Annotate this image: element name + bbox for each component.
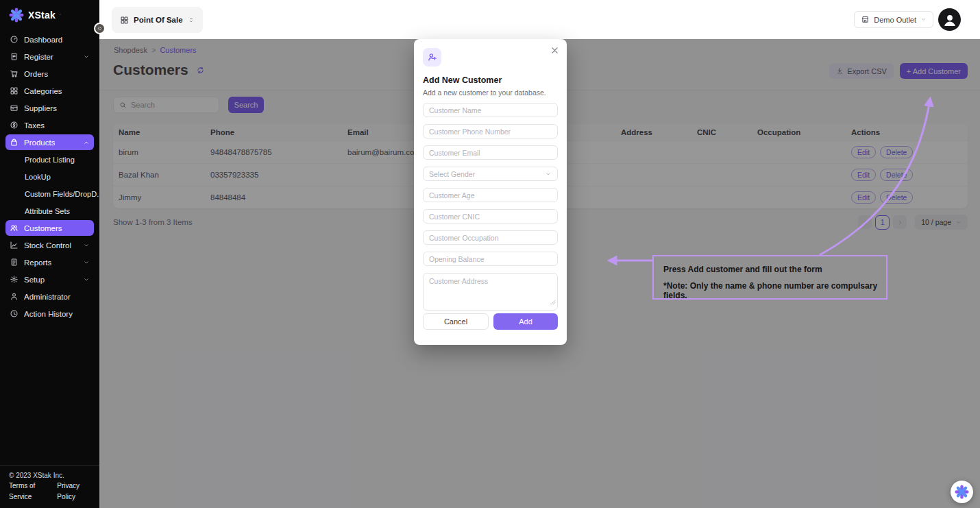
history-icon: [10, 309, 19, 318]
add-customer-modal: Add New Customer Add a new customer to y…: [414, 39, 567, 345]
dashboard-icon: [10, 35, 19, 44]
sidebar-item-administrator[interactable]: Administrator: [0, 288, 99, 305]
point-of-sale-switcher[interactable]: Point Of Sale: [112, 7, 203, 33]
brand-logo[interactable]: XStak ′: [0, 0, 99, 27]
resize-handle-icon[interactable]: [550, 300, 556, 305]
outlet-select[interactable]: Demo Outlet: [854, 11, 933, 28]
orders-icon: [10, 69, 19, 78]
customer-occupation-field[interactable]: [423, 230, 558, 245]
user-icon: [942, 12, 958, 28]
annotation-box: Press Add customer and fill out the form…: [652, 255, 887, 300]
user-avatar[interactable]: [938, 8, 961, 31]
products-icon: [10, 138, 19, 147]
floating-brand-badge[interactable]: [951, 481, 973, 503]
sidebar-item-label: Setup: [24, 276, 45, 284]
sidebar-item-custom-fields-dropd[interactable]: Custom Fields/DropD...: [0, 185, 99, 202]
opening-balance-field[interactable]: [423, 252, 558, 266]
sorter-icon: [188, 16, 195, 24]
sidebar-item-label: Action History: [24, 310, 73, 318]
sidebar-item-action-history[interactable]: Action History: [0, 305, 99, 322]
sidebar-item-label: Stock Control: [24, 241, 71, 250]
sidebar-item-label: Reports: [24, 258, 51, 267]
sidebar-item-label: Administrator: [24, 293, 71, 301]
modal-fields: Select Gender: [423, 103, 558, 311]
sidebar-collapse-toggle[interactable]: [94, 23, 106, 34]
xstak-logo-icon: [9, 8, 24, 23]
sidebar-item-label: Suppliers: [24, 104, 57, 112]
terms-of-service-link[interactable]: Terms of Service: [9, 481, 49, 502]
admin-icon: [10, 292, 19, 301]
brand-trademark: ′: [60, 13, 60, 18]
categories-icon: [10, 86, 19, 95]
chevron-up-icon: [83, 139, 90, 146]
annotation-line-2: *Note: Only the name & phone number are …: [663, 281, 886, 300]
sidebar-nav: DashboardRegisterOrdersCategoriesSupplie…: [0, 31, 99, 322]
modal-subtitle: Add a new customer to your database.: [423, 88, 558, 97]
sidebar-item-label: Register: [24, 53, 53, 61]
sidebar-item-dashboard[interactable]: Dashboard: [0, 31, 99, 48]
sidebar-item-label: LookUp: [25, 173, 51, 181]
customer-address-field[interactable]: [423, 273, 558, 311]
sidebar-item-label: Orders: [24, 70, 48, 78]
modal-title: Add New Customer: [423, 75, 558, 85]
sidebar-item-setup[interactable]: Setup: [0, 271, 99, 288]
sidebar-item-product-listing[interactable]: Product Listing: [0, 151, 99, 168]
register-icon: [10, 52, 19, 61]
store-icon: [861, 15, 870, 24]
add-button[interactable]: Add: [493, 313, 558, 330]
customer-cnic-field[interactable]: [423, 209, 558, 223]
sidebar-item-label: Categories: [24, 87, 62, 95]
chevron-down-icon: [920, 16, 927, 23]
customer-email-field[interactable]: [423, 145, 558, 160]
taxes-icon: [10, 121, 19, 130]
sidebar-item-label: Attribute Sets: [25, 207, 70, 215]
customer-phone-field[interactable]: [423, 124, 558, 138]
topbar: Point Of Sale Demo Outlet: [99, 0, 980, 39]
sidebar-item-categories[interactable]: Categories: [0, 82, 99, 99]
select-placeholder: Select Gender: [429, 170, 475, 178]
reports-icon: [10, 258, 19, 267]
close-icon[interactable]: [550, 46, 559, 55]
sidebar-item-label: Taxes: [24, 121, 45, 130]
chevron-down-icon: [83, 53, 90, 60]
user-plus-icon: [427, 52, 437, 62]
grid-icon: [120, 16, 129, 25]
sidebar-footer: © 2023 XStak Inc. Terms of Service Priva…: [0, 465, 99, 508]
sidebar-item-register[interactable]: Register: [0, 48, 99, 65]
stock-icon: [10, 241, 19, 250]
copyright-text: © 2023 XStak Inc.: [9, 470, 90, 481]
point-of-sale-label: Point Of Sale: [134, 16, 183, 24]
sidebar-item-taxes[interactable]: Taxes: [0, 117, 99, 134]
sidebar-item-attribute-sets[interactable]: Attribute Sets: [0, 202, 99, 219]
chevron-down-icon: [83, 259, 90, 266]
sidebar-item-orders[interactable]: Orders: [0, 65, 99, 82]
customer-name-field[interactable]: [423, 103, 558, 117]
sidebar-item-stock-control[interactable]: Stock Control: [0, 237, 99, 254]
sidebar-item-label: Custom Fields/DropD...: [25, 190, 103, 198]
cancel-button[interactable]: Cancel: [423, 313, 489, 330]
chevron-down-icon: [83, 276, 90, 283]
outlet-label: Demo Outlet: [874, 16, 916, 24]
suppliers-icon: [10, 104, 19, 112]
sidebar-item-label: Product Listing: [25, 156, 75, 164]
modal-icon-badge: [423, 48, 441, 66]
sidebar: XStak ′ DashboardRegisterOrdersCategorie…: [0, 0, 99, 508]
collapse-icon: [97, 25, 103, 32]
sidebar-item-label: Dashboard: [24, 36, 62, 44]
sidebar-item-lookup[interactable]: LookUp: [0, 168, 99, 185]
xstak-logo-icon: [955, 485, 969, 499]
sidebar-item-suppliers[interactable]: Suppliers: [0, 99, 99, 117]
privacy-policy-link[interactable]: Privacy Policy: [57, 481, 90, 502]
customer-age-field[interactable]: [423, 188, 558, 202]
chevron-down-icon: [545, 171, 552, 178]
brand-name: XStak: [28, 10, 56, 21]
gender-select[interactable]: Select Gender: [423, 167, 558, 181]
sidebar-item-customers[interactable]: Customers: [0, 219, 99, 237]
chevron-down-icon: [83, 242, 90, 249]
setup-icon: [10, 275, 19, 284]
sidebar-item-label: Products: [24, 138, 55, 147]
sidebar-item-reports[interactable]: Reports: [0, 254, 99, 271]
sidebar-item-products[interactable]: Products: [0, 134, 99, 151]
customers-icon: [10, 223, 19, 232]
sidebar-item-label: Customers: [24, 224, 62, 232]
